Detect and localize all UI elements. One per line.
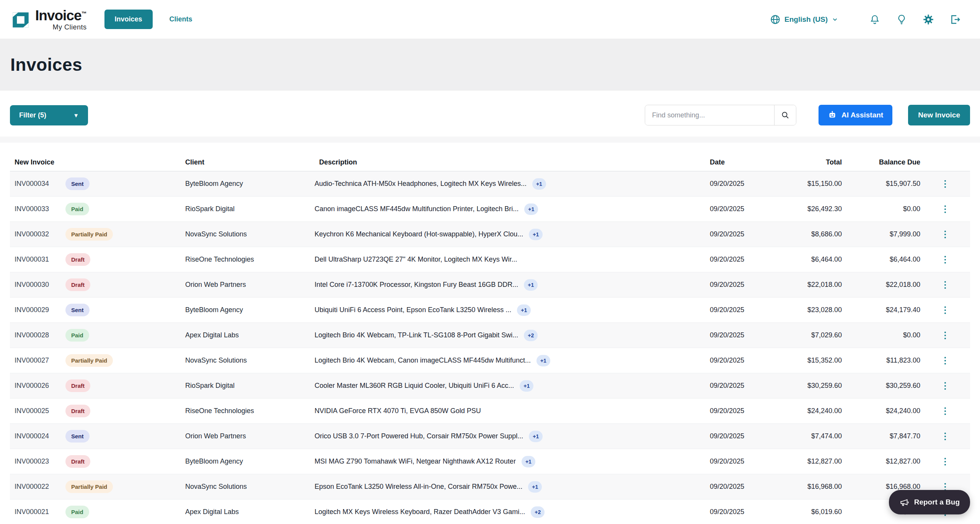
- table-row[interactable]: INV000030 Draft Orion Web Partners Intel…: [10, 272, 970, 298]
- table-header-row: New Invoice Client Description Date Tota…: [10, 153, 970, 171]
- client-name: Apex Digital Labs: [181, 508, 315, 516]
- column-header-new-invoice: New Invoice: [10, 158, 181, 166]
- search-submit-button[interactable]: [774, 105, 796, 125]
- invoice-total: $24,240.00: [765, 407, 851, 415]
- ai-assistant-button[interactable]: AI Assistant: [819, 105, 892, 125]
- row-actions-menu-button[interactable]: [937, 430, 954, 443]
- row-actions-menu-button[interactable]: [937, 203, 954, 215]
- row-actions-menu-button[interactable]: [937, 279, 954, 291]
- language-selector[interactable]: English (US): [770, 14, 838, 25]
- table-row[interactable]: INV000032 Partially Paid NovaSync Soluti…: [10, 222, 970, 247]
- row-actions-menu-button[interactable]: [937, 355, 954, 367]
- invoice-description: Orico USB 3.0 7-Port Powered Hub, Corsai…: [315, 432, 523, 440]
- invoice-balance-due: $11,823.00: [851, 356, 930, 365]
- invoice-balance-due: $30,259.60: [851, 382, 930, 390]
- brand-logo: Invoice™ My Clients: [11, 8, 87, 31]
- invoice-description: Dell UltraSharp U2723QE 27" 4K Monitor, …: [315, 255, 517, 264]
- table-row[interactable]: INV000031 Draft RiseOne Technologies Del…: [10, 247, 970, 272]
- nav-tab-clients[interactable]: Clients: [170, 15, 192, 23]
- invoice-description: MSI MAG Z790 Tomahawk WiFi, Netgear Nigh…: [315, 457, 516, 465]
- invoice-total: $15,150.00: [765, 180, 851, 188]
- client-name: RioSpark Digital: [181, 205, 315, 213]
- status-badge: Draft: [65, 379, 90, 392]
- table-row[interactable]: INV000025 Draft RiseOne Technologies NVI…: [10, 399, 970, 424]
- invoice-balance-due: $16,968.00: [851, 483, 930, 491]
- invoice-balance-due: $22,018.00: [851, 281, 930, 289]
- invoice-description: Logitech Brio 4K Webcam, Canon imageCLAS…: [315, 356, 531, 365]
- invoice-balance-due: $24,240.00: [851, 407, 930, 415]
- kebab-icon: [944, 281, 946, 283]
- table-row[interactable]: INV000021 Paid Apex Digital Labs Logitec…: [10, 500, 970, 524]
- table-row[interactable]: INV000033 Paid RioSpark Digital Canon im…: [10, 197, 970, 222]
- status-badge: Partially Paid: [65, 228, 113, 241]
- invoice-date: 09/20/2025: [704, 382, 765, 390]
- new-invoice-button[interactable]: New Invoice: [908, 105, 970, 125]
- invoice-description: Intel Core i7-13700K Processor, Kingston…: [315, 281, 518, 289]
- logout-icon: [949, 14, 961, 25]
- notifications-button[interactable]: [861, 14, 888, 25]
- invoice-total: $23,028.00: [765, 306, 851, 314]
- client-name: Orion Web Partners: [181, 432, 315, 440]
- table-row[interactable]: INV000028 Paid Apex Digital Labs Logitec…: [10, 323, 970, 348]
- extra-items-badge: +2: [531, 506, 545, 518]
- invoice-number: INV000022: [15, 483, 65, 491]
- gear-icon: [923, 14, 934, 25]
- search-icon: [781, 111, 790, 120]
- status-badge: Draft: [65, 278, 90, 291]
- row-actions-menu-button[interactable]: [937, 405, 954, 417]
- logout-button[interactable]: [942, 14, 969, 25]
- invoice-total: $6,019.60: [765, 508, 851, 516]
- brand-logo-icon: [11, 10, 30, 29]
- invoice-number: INV000025: [15, 407, 65, 415]
- row-actions-menu-button[interactable]: [937, 178, 954, 190]
- column-header-description: Description: [315, 158, 704, 166]
- column-header-date: Date: [704, 158, 765, 166]
- theme-button[interactable]: [888, 14, 915, 25]
- client-name: ByteBloom Agency: [181, 306, 315, 314]
- settings-button[interactable]: [915, 14, 942, 25]
- table-row[interactable]: INV000022 Partially Paid NovaSync Soluti…: [10, 474, 970, 500]
- status-badge: Sent: [65, 177, 90, 190]
- main-nav: Invoices Clients: [104, 10, 192, 29]
- invoice-number: INV000030: [15, 281, 65, 289]
- nav-tab-invoices[interactable]: Invoices: [104, 10, 153, 29]
- top-bar: Invoice™ My Clients Invoices Clients Eng…: [0, 0, 980, 39]
- row-actions-menu-button[interactable]: [937, 456, 954, 468]
- invoice-total: $7,474.00: [765, 432, 851, 440]
- invoice-total: $26,492.30: [765, 205, 851, 213]
- header-actions: English (US): [770, 14, 969, 25]
- client-name: ByteBloom Agency: [181, 457, 315, 465]
- client-name: NovaSync Solutions: [181, 483, 315, 491]
- invoice-number: INV000026: [15, 382, 65, 390]
- kebab-icon: [944, 382, 946, 384]
- search-box: [645, 105, 796, 125]
- table-row[interactable]: INV000026 Draft RioSpark Digital Cooler …: [10, 373, 970, 399]
- table-row[interactable]: INV000024 Sent Orion Web Partners Orico …: [10, 424, 970, 449]
- extra-items-badge: +1: [524, 203, 538, 215]
- row-actions-menu-button[interactable]: [937, 304, 954, 316]
- row-actions-menu-button[interactable]: [937, 228, 954, 241]
- table-row[interactable]: INV000023 Draft ByteBloom Agency MSI MAG…: [10, 449, 970, 474]
- table-row[interactable]: INV000027 Partially Paid NovaSync Soluti…: [10, 348, 970, 373]
- search-input[interactable]: [645, 105, 774, 125]
- megaphone-icon: [899, 497, 909, 507]
- client-name: RioSpark Digital: [181, 382, 315, 390]
- invoice-number: INV000034: [15, 180, 65, 188]
- kebab-icon: [944, 433, 946, 434]
- column-header-total: Total: [765, 158, 851, 166]
- table-row[interactable]: INV000034 Sent ByteBloom Agency Audio-Te…: [10, 171, 970, 197]
- client-name: NovaSync Solutions: [181, 356, 315, 365]
- invoice-date: 09/20/2025: [704, 407, 765, 415]
- filter-label: Filter (5): [19, 111, 46, 119]
- extra-items-badge: +1: [528, 481, 542, 493]
- report-a-bug-button[interactable]: Report a Bug: [889, 490, 970, 514]
- filter-button[interactable]: Filter (5) ▼: [10, 105, 88, 125]
- invoices-table: New Invoice Client Description Date Tota…: [10, 153, 970, 524]
- toolbar: Filter (5) ▼ AI Assistant New I: [0, 91, 980, 125]
- row-actions-menu-button[interactable]: [937, 329, 954, 342]
- column-header-client: Client: [181, 158, 315, 166]
- status-badge: Draft: [65, 455, 90, 468]
- table-row[interactable]: INV000029 Sent ByteBloom Agency Ubiquiti…: [10, 298, 970, 323]
- row-actions-menu-button[interactable]: [937, 254, 954, 266]
- row-actions-menu-button[interactable]: [937, 380, 954, 392]
